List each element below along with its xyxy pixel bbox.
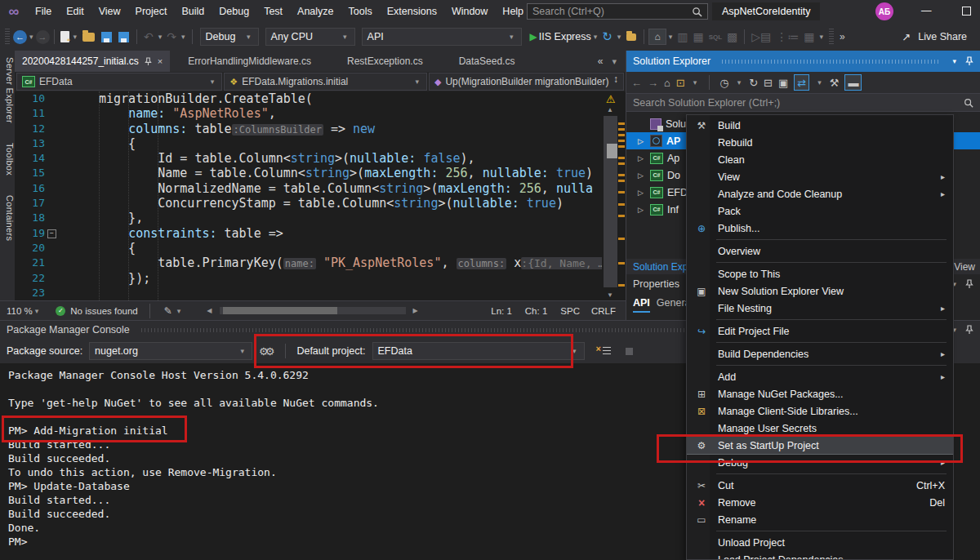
context-menu-item-unload-project[interactable]: Unload Project [687, 534, 953, 551]
maximize-button[interactable] [962, 7, 971, 16]
left-tab-server-explorer[interactable]: Server Explorer [0, 57, 15, 123]
type-dropdown[interactable]: ❖ EFData.Migrations.initial▾ [224, 73, 427, 91]
menu-debug[interactable]: Debug [212, 0, 256, 23]
collapse-all-icon[interactable]: ⊟ [764, 77, 773, 89]
user-avatar[interactable]: АБ [875, 2, 893, 20]
context-menu-item-file-nesting[interactable]: File Nesting▸ [687, 300, 953, 317]
context-menu-item-clean[interactable]: Clean [687, 151, 953, 168]
context-menu-item-overview[interactable]: Overview [687, 242, 953, 260]
preview-selected-items-icon[interactable]: ▬ [844, 74, 862, 91]
project-dropdown[interactable]: C# EFData▾ [16, 73, 222, 91]
context-menu-item-manage-user-secrets[interactable]: Manage User Secrets [687, 420, 953, 437]
context-menu-item-remove[interactable]: ×RemoveDel [687, 494, 953, 511]
status-spaces[interactable]: SPC [560, 306, 580, 316]
show-all-files-icon[interactable]: ▣ [778, 77, 788, 89]
context-menu-item-pack[interactable]: Pack [687, 202, 953, 220]
menu-tools[interactable]: Tools [341, 0, 380, 23]
document-tab-dataseed-cs[interactable]: DataSeed.cs [441, 51, 533, 72]
context-menu-item-set-as-startup-project[interactable]: ⚙Set as StartUp Project [687, 437, 953, 454]
document-tab-restexception-cs[interactable]: RestException.cs [329, 51, 441, 72]
clear-console-icon[interactable]: × [598, 346, 611, 357]
window-list-icon[interactable]: ▾ [612, 56, 617, 67]
zoom-level[interactable]: 110 % [7, 306, 33, 316]
horizontal-scrollbar[interactable] [220, 307, 406, 314]
code-cleanup-icon[interactable]: ✎ [164, 305, 172, 317]
left-tab-containers[interactable]: Containers [0, 195, 15, 241]
context-menu-item-scope-to-this[interactable]: Scope to This [687, 265, 953, 282]
platform-dropdown[interactable]: Any CPU▾ [265, 28, 355, 46]
browse-with-icon[interactable] [626, 33, 636, 41]
back-icon[interactable]: ← [631, 77, 642, 89]
package-source-settings-icon[interactable]: ⚙⚙ [259, 345, 271, 358]
configuration-dropdown[interactable]: Debug▾ [200, 28, 259, 46]
toolbar-overflow-icon[interactable]: » [840, 31, 845, 42]
run-target-label[interactable]: IIS Express [539, 31, 591, 42]
navigate-back-dropdown[interactable]: ▾ [29, 33, 33, 41]
switch-views-icon[interactable]: ⊡ [676, 77, 685, 89]
close-tab-icon[interactable]: × [158, 56, 163, 66]
startup-project-dropdown[interactable]: API▾ [362, 28, 522, 46]
menu-build[interactable]: Build [174, 0, 212, 23]
solution-explorer-search[interactable]: Search Solution Explorer (Ctrl+;) [626, 93, 980, 112]
code-area[interactable]: 10migrationBuilder.CreateTable(11 name: … [15, 91, 626, 300]
attach-to-process-icon[interactable]: ⌂ [648, 29, 666, 45]
scroll-up-icon[interactable]: ▲ [607, 106, 613, 113]
new-file-icon[interactable] [60, 31, 69, 42]
window-menu-icon[interactable]: ▾ [952, 57, 956, 65]
context-menu-item-cut[interactable]: ✂CutCtrl+X [687, 477, 953, 494]
properties-selected-object[interactable]: API [633, 297, 650, 313]
pin-icon[interactable] [965, 279, 973, 289]
menu-file[interactable]: File [28, 0, 59, 23]
scroll-tabs-icon[interactable]: « [598, 56, 604, 67]
properties-wrench-icon[interactable]: ⚒ [830, 77, 840, 89]
context-menu-item-new-solution-explorer-view[interactable]: ▣New Solution Explorer View [687, 282, 953, 300]
horizontal-scrollbar-thumb[interactable] [223, 307, 337, 314]
context-menu-item-manage-client-side-libraries[interactable]: ⊠Manage Client-Side Libraries... [687, 402, 953, 420]
pin-icon[interactable] [965, 56, 973, 66]
refresh-icon[interactable]: ↻ [602, 29, 612, 44]
context-menu-item-view[interactable]: View▸ [687, 168, 953, 185]
pending-changes-filter-icon[interactable]: ◷ [719, 77, 728, 89]
home-icon[interactable]: ⌂ [664, 77, 670, 89]
context-menu-item-edit-project-file[interactable]: ↪Edit Project File [687, 322, 953, 340]
minimize-button[interactable]: — [921, 5, 932, 16]
left-tab-toolbox[interactable]: Toolbox [0, 143, 15, 176]
splitter-handle-icon[interactable]: ↕ [611, 73, 621, 85]
status-line-ending[interactable]: CRLF [591, 306, 616, 316]
forward-icon[interactable]: → [648, 77, 658, 89]
menu-window[interactable]: Window [444, 0, 495, 23]
context-menu-item-publish[interactable]: ⊕Publish... [687, 220, 953, 237]
pin-icon[interactable] [965, 325, 973, 335]
menu-project[interactable]: Project [128, 0, 175, 23]
context-menu-item-manage-nuget-packages[interactable]: ⊞Manage NuGet Packages... [687, 385, 953, 402]
menu-view[interactable]: View [91, 0, 128, 23]
open-file-icon[interactable] [82, 33, 95, 42]
context-menu-item-build-dependencies[interactable]: Build Dependencies▸ [687, 345, 953, 362]
menu-extensions[interactable]: Extensions [380, 0, 444, 23]
scrollbar-track[interactable] [604, 116, 617, 287]
package-source-dropdown[interactable]: nuget.org▾ [89, 342, 252, 360]
context-menu-item-rebuild[interactable]: Rebuild [687, 134, 953, 151]
sync-with-active-document-icon[interactable]: ⇄ [794, 74, 809, 91]
context-menu-item-build[interactable]: ⚒Build [687, 117, 953, 134]
document-tab-errorhandlingmiddleware-cs[interactable]: ErrorHandlingMiddleware.cs [170, 51, 329, 72]
quick-search-box[interactable]: Search (Ctrl+Q) [527, 3, 708, 20]
default-project-dropdown[interactable]: EFData▾ [372, 342, 585, 360]
context-menu-item-load-project-dependencies[interactable]: Load Project Dependencies [687, 551, 953, 560]
redo-icon[interactable]: ↷ [167, 30, 176, 43]
member-dropdown[interactable]: ◆ Up(MigrationBuilder migrationBuilder)▾ [429, 73, 624, 91]
menu-edit[interactable]: Edit [59, 0, 91, 23]
pin-icon[interactable] [145, 57, 152, 66]
fold-collapse-icon[interactable]: − [47, 229, 56, 238]
refresh-icon[interactable]: ↻ [749, 77, 758, 89]
toolbar-grip[interactable] [5, 29, 10, 45]
start-debugging-icon[interactable]: ▶ [530, 31, 537, 42]
tab-solution-explorer[interactable]: Solution Exp [633, 261, 688, 273]
context-menu-item-analyze-and-code-cleanup[interactable]: Analyze and Code Cleanup▸ [687, 185, 953, 202]
tab-class-view[interactable]: View [954, 261, 975, 273]
solution-explorer-header[interactable]: Solution Explorer ▾ [626, 51, 980, 72]
context-menu-item-rename[interactable]: ▭Rename [687, 511, 953, 528]
context-menu-item-debug[interactable]: Debug▸ [687, 454, 953, 471]
navigate-back-button[interactable]: ← [13, 30, 27, 44]
context-menu-item-add[interactable]: Add▸ [687, 368, 953, 385]
